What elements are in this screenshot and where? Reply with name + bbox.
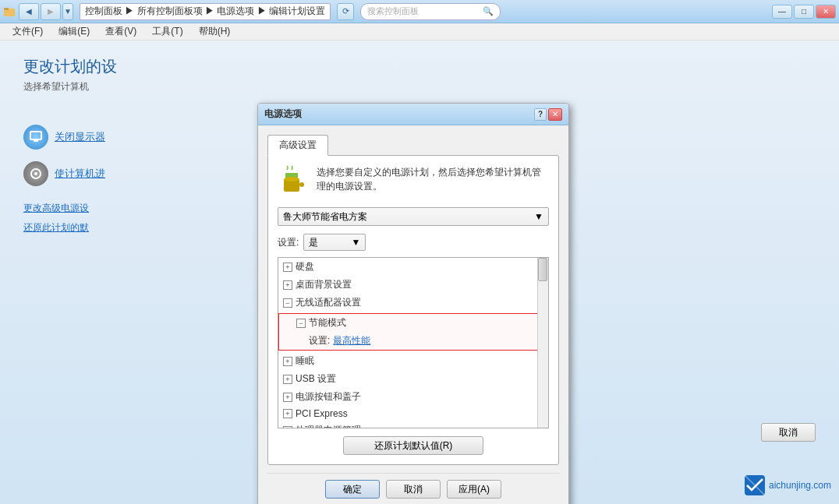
tree-label-cpu: 处理器电源管理 [296, 424, 361, 428]
nav-forward-button[interactable]: ▶ [41, 3, 61, 20]
maximize-button[interactable]: □ [794, 5, 814, 19]
breadcrumb-bar: 控制面板 ▶ 所有控制面板项 ▶ 电源选项 ▶ 编辑计划设置 [80, 3, 331, 20]
tree-item-power-mode[interactable]: − 节能模式 [292, 314, 547, 332]
page-subtitle: 选择希望计算机 [23, 80, 816, 93]
minimize-button[interactable]: — [772, 5, 792, 19]
menu-file[interactable]: 文件(F) [6, 23, 49, 40]
tree-item-desktop[interactable]: + 桌面背景设置 [278, 276, 548, 294]
search-icon[interactable]: 🔍 [483, 6, 494, 16]
tree-label-sleep: 睡眠 [296, 354, 314, 368]
svg-rect-2 [30, 132, 41, 139]
tree-setting-link[interactable]: 最高性能 [333, 334, 370, 347]
restore-defaults-button[interactable]: 还原计划默认值(R) [343, 436, 483, 455]
tree-label-powerbutton: 电源按钮和盖子 [296, 390, 361, 404]
tree-expand-power-mode[interactable]: − [296, 319, 306, 328]
tree-expand-wireless[interactable]: − [283, 298, 292, 308]
plan-dropdown[interactable]: 鲁大师节能省电方案 ▼ [278, 207, 549, 226]
dialog-inner: 选择您要自定义的电源计划，然后选择您希望计算机管理的电源设置。 鲁大师节能省电方… [267, 155, 559, 465]
content-area: 更改计划的设 选择希望计算机 关闭显示器 使计算机进 更改高级电源设 还原此计划… [0, 41, 839, 504]
tree-expand-powerbutton[interactable]: + [283, 393, 292, 402]
dialog-title-text: 电源选项 [264, 107, 302, 121]
dialog-close-button[interactable]: ✕ [548, 108, 562, 121]
plan-dropdown-value: 鲁大师节能省电方案 [283, 210, 367, 224]
tree-item-powerbutton[interactable]: + 电源按钮和盖子 [278, 388, 548, 406]
page-header: 更改计划的设 选择希望计算机 [23, 56, 816, 93]
tree-label-pcie: PCI Express [296, 408, 348, 419]
highlighted-section: − 节能模式 设置: 最高性能 [278, 313, 548, 351]
nav-buttons: ◀ ▶ ▼ [19, 3, 73, 20]
tree-item-disk[interactable]: + 硬盘 [278, 258, 548, 276]
svg-rect-3 [34, 140, 38, 142]
tree-expand-pcie[interactable]: + [283, 409, 292, 418]
dialog-description: 选择您要自定义的电源计划，然后选择您希望计算机管理的电源设置。 [278, 165, 549, 196]
dialog-body: 高级设置 [258, 125, 568, 504]
search-bar[interactable]: 搜索控制面板 🔍 [360, 3, 501, 20]
plan-dropdown-arrow: ▼ [534, 211, 543, 222]
power-icon [278, 165, 309, 196]
settings-dropdown-value: 是 [309, 236, 318, 249]
svg-point-5 [34, 172, 37, 175]
tree-scrollbar[interactable] [537, 258, 548, 428]
settings-label: 设置: [278, 236, 299, 249]
folder-icon [3, 5, 16, 18]
svg-rect-1 [4, 8, 9, 10]
tree-expand-sleep[interactable]: + [283, 357, 292, 366]
tree-expand-usb[interactable]: + [283, 375, 292, 384]
sleep-icon [23, 161, 48, 186]
title-bar: ◀ ▶ ▼ 控制面板 ▶ 所有控制面板项 ▶ 电源选项 ▶ 编辑计划设置 ⟳ 搜… [0, 0, 839, 23]
link-sleep[interactable]: 使计算机进 [55, 167, 105, 181]
dialog-controls: ? ✕ [534, 108, 562, 121]
dialog-cancel-button[interactable]: 取消 [386, 480, 441, 499]
tree-expand-cpu[interactable]: + [283, 426, 292, 429]
dialog-apply-button[interactable]: 应用(A) [447, 480, 501, 499]
link-display[interactable]: 关闭显示器 [55, 130, 105, 144]
refresh-button[interactable]: ⟳ [337, 3, 354, 20]
watermark: aichunjing.com [744, 474, 831, 496]
tree-item-sleep[interactable]: + 睡眠 [278, 352, 548, 370]
tree-scrollbar-thumb[interactable] [538, 258, 547, 281]
title-bar-left: ◀ ▶ ▼ 控制面板 ▶ 所有控制面板项 ▶ 电源选项 ▶ 编辑计划设置 ⟳ 搜… [3, 3, 501, 20]
menu-bar: 文件(F) 编辑(E) 查看(V) 工具(T) 帮助(H) [0, 23, 839, 41]
menu-view[interactable]: 查看(V) [99, 23, 143, 40]
nav-recent-button[interactable]: ▼ [62, 3, 73, 20]
window-controls: — □ ✕ [772, 5, 836, 19]
content-cancel-button[interactable]: 取消 [761, 423, 816, 442]
display-icon [23, 125, 48, 150]
watermark-text: aichunjing.com [769, 480, 831, 491]
breadcrumb-text: 控制面板 ▶ 所有控制面板项 ▶ 电源选项 ▶ 编辑计划设置 [85, 5, 325, 18]
tree-setting-prefix: 设置: [309, 334, 330, 347]
tree-view[interactable]: + 硬盘 + 桌面背景设置 − 无线适配器设置 [278, 257, 549, 428]
dialog-help-button[interactable]: ? [534, 108, 547, 121]
tree-expand-disk[interactable]: + [283, 263, 292, 272]
tree-label-wireless: 无线适配器设置 [296, 296, 361, 309]
menu-help[interactable]: 帮助(H) [193, 23, 237, 40]
tree-item-cpu[interactable]: + 处理器电源管理 [278, 421, 548, 428]
tab-strip: 高级设置 [267, 135, 559, 156]
page-title: 更改计划的设 [23, 56, 816, 77]
tab-advanced[interactable]: 高级设置 [267, 135, 328, 156]
svg-point-10 [284, 177, 299, 182]
settings-dropdown-arrow: ▼ [351, 237, 360, 248]
menu-tools[interactable]: 工具(T) [146, 23, 189, 40]
main-window: ◀ ▶ ▼ 控制面板 ▶ 所有控制面板项 ▶ 电源选项 ▶ 编辑计划设置 ⟳ 搜… [0, 0, 839, 504]
tree-label-power-mode: 节能模式 [309, 316, 346, 330]
power-dialog: 电源选项 ? ✕ 高级设置 [257, 103, 569, 504]
search-placeholder: 搜索控制面板 [367, 5, 419, 17]
menu-edit[interactable]: 编辑(E) [52, 23, 96, 40]
nav-back-button[interactable]: ◀ [19, 3, 39, 20]
dialog-desc-text: 选择您要自定义的电源计划，然后选择您希望计算机管理的电源设置。 [317, 165, 549, 193]
close-button[interactable]: ✕ [816, 5, 836, 19]
tree-item-setting-link[interactable]: 设置: 最高性能 [304, 332, 547, 350]
watermark-logo [744, 474, 766, 496]
settings-dropdown[interactable]: 是 ▼ [303, 234, 366, 251]
tree-expand-desktop[interactable]: + [283, 280, 292, 290]
tree-label-desktop: 桌面背景设置 [296, 278, 352, 291]
tree-item-usb[interactable]: + USB 设置 [278, 370, 548, 388]
settings-row: 设置: 是 ▼ [278, 234, 549, 251]
tree-label-usb: USB 设置 [296, 372, 336, 386]
dialog-bottom-buttons: 确定 取消 应用(A) [267, 473, 559, 504]
tree-item-pcie[interactable]: + PCI Express [278, 406, 548, 421]
svg-rect-11 [299, 182, 304, 187]
tree-item-wireless[interactable]: − 无线适配器设置 [278, 294, 548, 312]
dialog-ok-button[interactable]: 确定 [325, 480, 380, 499]
